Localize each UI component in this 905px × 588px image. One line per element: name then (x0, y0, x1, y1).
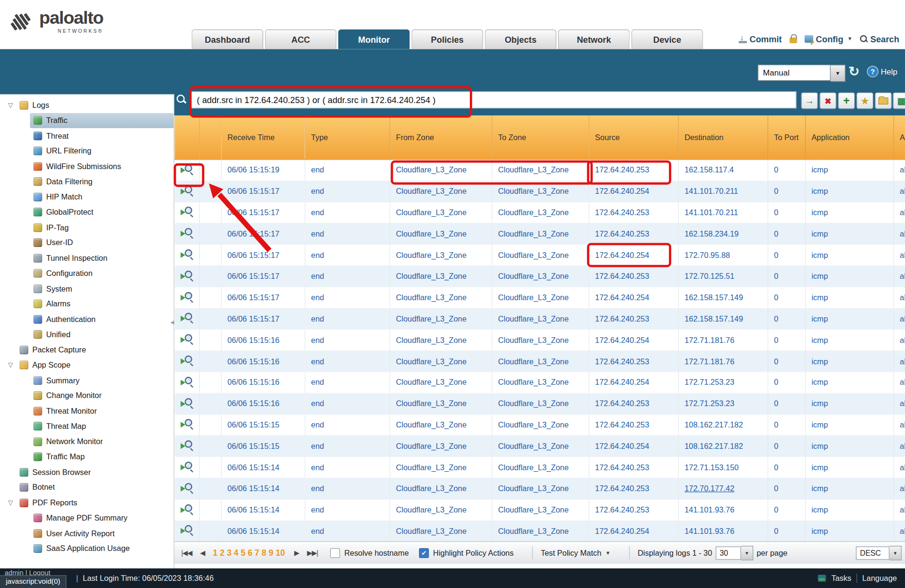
log-detail-magnifier-icon[interactable] (181, 483, 193, 493)
log-row[interactable]: 06/06 15:15:17endCloudflare_L3_ZoneCloud… (175, 308, 905, 330)
sidebar-item-pdf-reports[interactable]: ▽PDF Reports (0, 495, 174, 510)
sidebar-item-saas-application-usage[interactable]: SaaS Application Usage (0, 541, 174, 556)
language-button[interactable]: Language (862, 574, 897, 582)
per-page-select[interactable]: 30 ▼ (715, 546, 753, 560)
tab-acc[interactable]: ACC (265, 29, 337, 49)
sidebar-item-tunnel-inspection[interactable]: Tunnel Inspection (0, 250, 174, 266)
sidebar-item-globalprotect[interactable]: GlobalProtect (0, 205, 174, 220)
sidebar-item-user-activity-report[interactable]: User Activity Report (0, 526, 174, 541)
tasks-button[interactable]: Tasks (831, 574, 851, 582)
page-number-10[interactable]: 10 (276, 548, 285, 557)
sidebar-item-threat[interactable]: Threat (0, 128, 174, 143)
page-number-7[interactable]: 7 (255, 548, 259, 557)
sidebar-item-manage-pdf-summary[interactable]: Manage PDF Summary (0, 511, 174, 526)
destination-link[interactable]: 172.70.177.42 (685, 484, 734, 493)
log-detail-magnifier-icon[interactable] (181, 164, 193, 174)
log-row[interactable]: 06/06 15:15:15endCloudflare_L3_ZoneCloud… (175, 436, 905, 457)
log-detail-magnifier-icon[interactable] (181, 207, 193, 217)
first-page-button[interactable]: |◀◀ (181, 549, 192, 557)
commit-button[interactable]: Commit (739, 34, 782, 44)
sidebar-item-hip-match[interactable]: HIP Match (0, 189, 174, 204)
sidebar-item-logs[interactable]: ▽Logs (0, 97, 174, 113)
tab-dashboard[interactable]: Dashboard (191, 29, 263, 49)
sidebar-item-threat-map[interactable]: Threat Map (0, 418, 174, 434)
sidebar-item-session-browser[interactable]: ▽Session Browser (0, 465, 174, 480)
save-filter-button[interactable]: ★ (857, 92, 873, 109)
config-dropdown[interactable]: Config ▼ (804, 34, 852, 44)
sidebar-item-unified[interactable]: Unified (0, 327, 174, 342)
log-detail-magnifier-icon[interactable] (181, 355, 193, 365)
add-filter-button[interactable]: + (838, 92, 855, 109)
log-detail-magnifier-icon[interactable] (181, 419, 193, 429)
log-row[interactable]: 06/06 15:15:17endCloudflare_L3_ZoneCloud… (175, 245, 905, 266)
clear-filter-button[interactable]: ✖ (819, 92, 836, 109)
tab-objects[interactable]: Objects (485, 29, 557, 49)
sidebar-collapse-handle[interactable]: ◄ (169, 319, 175, 326)
refresh-icon[interactable]: ↻ (848, 64, 859, 80)
log-row[interactable]: 06/06 15:15:17endCloudflare_L3_ZoneCloud… (175, 181, 905, 202)
sidebar-item-packet-capture[interactable]: ▽Packet Capture (0, 342, 174, 357)
load-filter-button[interactable] (875, 92, 892, 109)
sidebar-item-configuration[interactable]: Configuration (0, 266, 174, 281)
log-row[interactable]: 06/06 15:15:17endCloudflare_L3_ZoneCloud… (175, 223, 905, 245)
log-detail-magnifier-icon[interactable] (181, 525, 193, 535)
log-detail-magnifier-icon[interactable] (181, 377, 193, 387)
log-row[interactable]: 06/06 15:15:14endCloudflare_L3_ZoneCloud… (175, 478, 905, 500)
column-from-zone[interactable]: From Zone (390, 115, 492, 160)
tab-network[interactable]: Network (558, 29, 630, 49)
tree-expander-icon[interactable]: ▽ (8, 361, 19, 369)
log-detail-magnifier-icon[interactable] (181, 504, 193, 514)
page-number-3[interactable]: 3 (227, 548, 231, 557)
sidebar-item-ip-tag[interactable]: IP-Tag (0, 220, 174, 235)
tree-expander-icon[interactable]: ▽ (8, 499, 19, 507)
column-to-port[interactable]: To Port (768, 115, 805, 160)
page-number-9[interactable]: 9 (268, 548, 273, 557)
log-detail-magnifier-icon[interactable] (181, 228, 193, 238)
resolve-hostname-checkbox[interactable] (331, 548, 341, 558)
refresh-interval-select[interactable]: Manual ▼ (758, 65, 846, 82)
column-to-zone[interactable]: To Zone (492, 115, 589, 160)
log-detail-magnifier-icon[interactable] (181, 440, 193, 450)
column-application[interactable]: Application (805, 115, 894, 160)
sidebar-item-system[interactable]: System (0, 281, 174, 296)
sidebar-item-data-filtering[interactable]: Data Filtering (0, 174, 174, 189)
export-logs-button[interactable]: ▦ (893, 92, 905, 109)
last-page-button[interactable]: ▶▶| (307, 549, 318, 557)
search-button[interactable]: Search (860, 34, 899, 44)
next-page-button[interactable]: ▶ (294, 549, 299, 557)
log-row[interactable]: 06/06 15:15:17endCloudflare_L3_ZoneCloud… (175, 266, 905, 287)
tree-expander-icon[interactable]: ▽ (8, 102, 19, 109)
log-row[interactable]: 06/06 15:15:16endCloudflare_L3_ZoneCloud… (175, 351, 905, 372)
per-page-dropdown-button[interactable]: ▼ (741, 546, 753, 560)
tab-monitor[interactable]: Monitor (338, 29, 410, 49)
tab-policies[interactable]: Policies (411, 29, 483, 49)
sidebar-item-network-monitor[interactable]: Network Monitor (0, 434, 174, 449)
log-row[interactable]: 06/06 15:15:17endCloudflare_L3_ZoneCloud… (175, 287, 905, 308)
column-destination[interactable]: Destination (678, 115, 768, 160)
sidebar-item-app-scope[interactable]: ▽App Scope (0, 358, 174, 373)
sort-order-select[interactable]: DESC ▼ (856, 546, 902, 560)
page-number-1[interactable]: 1 (213, 548, 218, 557)
log-detail-magnifier-icon[interactable] (181, 292, 193, 302)
lock-icon[interactable] (789, 38, 797, 43)
page-number-6[interactable]: 6 (248, 548, 252, 557)
log-detail-magnifier-icon[interactable] (181, 186, 193, 196)
help-button[interactable]: ? Help (867, 66, 897, 77)
log-detail-magnifier-icon[interactable] (181, 249, 193, 259)
tab-device[interactable]: Device (631, 29, 703, 49)
sort-order-dropdown-button[interactable]: ▼ (889, 546, 902, 560)
log-row[interactable]: 06/06 15:15:14endCloudflare_L3_ZoneCloud… (175, 457, 905, 478)
log-row[interactable]: 06/06 15:15:16endCloudflare_L3_ZoneCloud… (175, 393, 905, 415)
filter-query-input[interactable] (191, 91, 797, 108)
log-row[interactable]: 06/06 15:15:15endCloudflare_L3_ZoneCloud… (175, 414, 905, 436)
sidebar-item-traffic-map[interactable]: Traffic Map (0, 449, 174, 465)
log-detail-magnifier-icon[interactable] (181, 334, 193, 344)
sidebar-item-wildfire-submissions[interactable]: WildFire Submissions (0, 159, 174, 174)
sidebar-item-url-filtering[interactable]: URL Filtering (0, 143, 174, 159)
log-detail-magnifier-icon[interactable] (181, 313, 193, 323)
log-row[interactable]: 06/06 15:15:16endCloudflare_L3_ZoneCloud… (175, 330, 905, 351)
highlight-policy-actions-checkbox[interactable] (419, 548, 429, 558)
sidebar-item-change-monitor[interactable]: Change Monitor (0, 388, 174, 403)
sidebar-item-user-id[interactable]: User-ID (0, 235, 174, 250)
column-source[interactable]: Source (589, 115, 678, 160)
